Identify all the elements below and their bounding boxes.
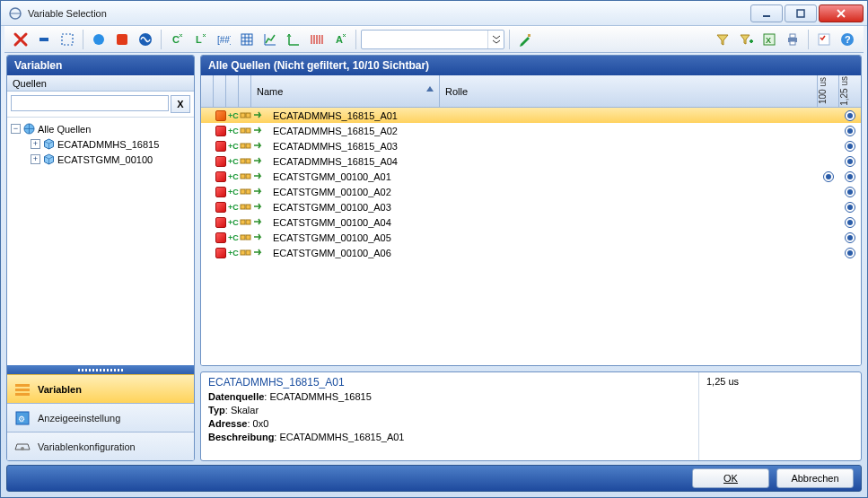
row-name: ECATSTGMM_00100_A01: [271, 169, 460, 184]
row-color-icon: [215, 248, 226, 258]
table-row[interactable]: +C ECATSTGMM_00100_A05: [201, 230, 861, 245]
col-role[interactable]: Rolle: [440, 75, 818, 107]
svg-rect-18: [790, 41, 795, 45]
tree-item[interactable]: + ECATSTGMM_00100: [11, 152, 190, 167]
col-blank[interactable]: [214, 75, 226, 107]
tb-a-badge-icon[interactable]: A: [329, 29, 351, 50]
col-blank[interactable]: [226, 75, 239, 107]
table-row[interactable]: +C ECATSTGMM_00100_A04: [201, 214, 861, 230]
expand-icon[interactable]: +: [31, 139, 40, 149]
svg-rect-25: [15, 393, 30, 396]
close-button[interactable]: [819, 4, 864, 22]
tb-circle-icon[interactable]: [88, 29, 110, 50]
ok-button[interactable]: OK: [692, 468, 769, 488]
tb-grid-icon[interactable]: [236, 29, 258, 50]
svg-rect-31: [246, 113, 250, 118]
nav-variablen[interactable]: Variablen: [7, 374, 194, 403]
radio-125us[interactable]: [845, 171, 855, 182]
splitter[interactable]: [7, 365, 194, 374]
config-icon: [14, 439, 31, 455]
detail-rate: 1,25 us: [706, 376, 739, 387]
radio-125us[interactable]: [845, 202, 855, 213]
collapse-icon[interactable]: −: [11, 124, 21, 134]
tree-item-label: ECATSTGMM_00100: [57, 154, 153, 165]
chevron-double-down-icon[interactable]: [487, 31, 504, 48]
tb-funnel-plus-icon[interactable]: [735, 29, 757, 50]
minimize-button[interactable]: [750, 4, 783, 22]
radio-125us[interactable]: [845, 110, 855, 121]
svg-rect-37: [246, 144, 250, 148]
tree-item[interactable]: + ECATADMMHS_16815: [11, 136, 190, 152]
tb-c-badge-icon[interactable]: C: [166, 29, 188, 50]
tb-printer-icon[interactable]: [782, 29, 803, 50]
table-row[interactable]: +C ECATADMMHS_16815_A01: [201, 108, 861, 123]
svg-text:⚙: ⚙: [18, 415, 25, 424]
tb-l-badge-icon[interactable]: L: [189, 29, 211, 50]
search-clear-button[interactable]: X: [171, 95, 190, 113]
tb-axis-up-icon[interactable]: [283, 29, 304, 50]
radio-100us[interactable]: [823, 171, 834, 182]
nav-anzeige[interactable]: ⚙ Anzeigeeinstellung: [7, 403, 194, 432]
row-arrow-icon: [252, 155, 264, 167]
maximize-button[interactable]: [785, 4, 817, 22]
radio-125us[interactable]: [845, 232, 855, 243]
toolbar-combo[interactable]: [361, 30, 504, 49]
row-link-icon: [240, 232, 251, 243]
table-row[interactable]: +C ECATSTGMM_00100_A06: [201, 245, 861, 260]
tb-help-icon[interactable]: ?: [837, 29, 858, 50]
grid-body[interactable]: +C ECATADMMHS_16815_A01 +C ECATADMMHS_16…: [201, 108, 861, 365]
radio-125us[interactable]: [845, 126, 855, 136]
svg-text:+C: +C: [228, 157, 239, 166]
row-c-icon: +C: [227, 109, 239, 121]
col-blank[interactable]: [239, 75, 251, 107]
tb-chart-up-icon[interactable]: [259, 29, 281, 50]
svg-rect-40: [246, 159, 250, 163]
table-row[interactable]: +C ECATSTGMM_00100_A02: [201, 184, 861, 199]
tb-select-rect-icon[interactable]: [57, 29, 78, 50]
tb-close-x-icon[interactable]: [10, 29, 31, 50]
cancel-button[interactable]: Abbrechen: [776, 468, 854, 488]
row-color-icon: [215, 171, 226, 182]
col-125us[interactable]: 1,25 us: [839, 75, 861, 107]
row-color-icon: [215, 217, 226, 228]
nav-konfig[interactable]: Variablenkonfiguration: [7, 432, 194, 460]
tb-square-icon[interactable]: [111, 29, 133, 50]
tb-checklist-icon[interactable]: [813, 29, 835, 50]
table-row[interactable]: +C ECATADMMHS_16815_A04: [201, 153, 861, 169]
col-name[interactable]: Name: [251, 75, 440, 107]
tb-dash-icon[interactable]: [33, 29, 55, 50]
radio-125us[interactable]: [845, 217, 855, 228]
row-color-icon: [215, 141, 226, 152]
svg-point-5: [93, 34, 104, 45]
tb-bars-icon[interactable]: [306, 29, 328, 50]
row-name: ECATADMMHS_16815_A02: [271, 123, 460, 138]
radio-125us[interactable]: [845, 156, 855, 167]
row-c-icon: +C: [227, 140, 239, 152]
row-name: ECATSTGMM_00100_A04: [271, 214, 460, 230]
titlebar[interactable]: Variable Selection: [1, 1, 867, 26]
radio-125us[interactable]: [845, 187, 855, 197]
radio-125us[interactable]: [845, 141, 855, 152]
svg-rect-3: [39, 38, 48, 41]
table-row[interactable]: +C ECATADMMHS_16815_A03: [201, 138, 861, 153]
tree-root[interactable]: − Alle Quellen: [11, 121, 190, 136]
source-tree[interactable]: − Alle Quellen + ECATADMMHS_16815 + ECAT…: [7, 118, 194, 365]
radio-125us[interactable]: [845, 248, 855, 258]
row-name: ECATSTGMM_00100_A02: [271, 184, 460, 199]
search-input[interactable]: [11, 95, 169, 111]
tb-funnel-icon[interactable]: [712, 29, 733, 50]
nav-label: Variablenkonfiguration: [38, 441, 136, 452]
expand-icon[interactable]: +: [31, 154, 40, 164]
settings-icon: ⚙: [14, 410, 31, 426]
tb-excel-icon[interactable]: X: [758, 29, 780, 50]
tb-bracket-num-icon[interactable]: [##]: [213, 29, 234, 50]
tb-sine-icon[interactable]: [135, 29, 156, 50]
table-row[interactable]: +C ECATSTGMM_00100_A01: [201, 169, 861, 184]
tb-pen-icon[interactable]: [514, 29, 536, 50]
table-row[interactable]: +C ECATSTGMM_00100_A03: [201, 199, 861, 214]
svg-text:A: A: [336, 34, 343, 45]
row-c-icon: +C: [227, 170, 239, 182]
table-row[interactable]: +C ECATADMMHS_16815_A02: [201, 123, 861, 138]
col-100us[interactable]: 100 us: [818, 75, 839, 107]
col-blank[interactable]: [201, 75, 214, 107]
